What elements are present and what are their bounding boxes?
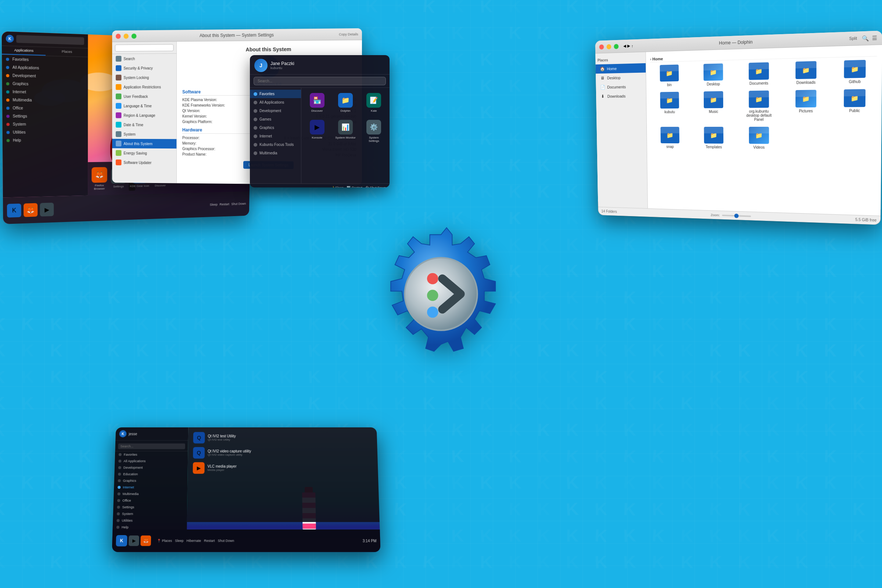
sleep-btn-bottom[interactable]: Sleep: [175, 539, 183, 542]
dolphin-minimize-btn[interactable]: [606, 44, 611, 49]
terminal-btn-bottom[interactable]: ▶: [129, 536, 139, 546]
shutdown-action[interactable]: ⏻ Shut Down: [365, 186, 386, 188]
bottom-cat-graphics[interactable]: Graphics: [114, 477, 188, 484]
dolphin-maximize-btn[interactable]: [614, 44, 618, 49]
app-kate-menu[interactable]: 📝 Kate: [361, 91, 387, 115]
firefox-taskbar-icon[interactable]: 🦊: [24, 203, 38, 217]
cat-all-apps[interactable]: All Applications: [250, 98, 301, 106]
dolphin-search-btn[interactable]: 🔍: [862, 35, 869, 42]
launcher-item[interactable]: Office: [2, 104, 88, 113]
folder-public[interactable]: 📁 Public: [833, 89, 877, 121]
app-entry-qt1[interactable]: Q Qt IVI2 test Utility Qt IVI2 test Util…: [191, 430, 375, 446]
menu-search-input[interactable]: [254, 77, 386, 85]
folder-videos[interactable]: 📁 Videos: [739, 127, 780, 150]
app-konsole-menu[interactable]: ▶ Konsole: [304, 118, 330, 145]
app-dolphin-menu[interactable]: 📁 Dolphin: [333, 91, 358, 115]
sidebar-item-about-system[interactable]: About this System: [112, 139, 176, 148]
close-btn[interactable]: [116, 33, 121, 39]
dolphin-menu-btn[interactable]: ☰: [872, 34, 878, 41]
cat-internet[interactable]: Internet: [250, 132, 301, 140]
folder-kubuntu[interactable]: 📁 kubutu: [651, 92, 689, 122]
dolphin-place-documents[interactable]: 📄 Documents: [596, 82, 646, 92]
sidebar-item-region[interactable]: Region & Language: [112, 111, 176, 120]
bottom-cat-utilities[interactable]: Utilities: [113, 517, 187, 524]
cat-development[interactable]: Development: [250, 106, 301, 115]
hibernate-btn[interactable]: Hibernate: [186, 539, 201, 542]
sleep-btn[interactable]: Sleep: [210, 203, 218, 207]
maximize-btn[interactable]: [132, 33, 137, 39]
sidebar-item-energy[interactable]: Energy Saving: [112, 148, 176, 158]
restart-btn[interactable]: Restart: [219, 202, 230, 206]
launcher-search-input[interactable]: [16, 35, 84, 45]
cat-games[interactable]: Games: [250, 115, 301, 123]
kde-menu-btn[interactable]: K: [7, 204, 21, 218]
places-btn[interactable]: 📍 Places: [157, 539, 172, 542]
folder-downloads[interactable]: 📁 Downloads: [785, 61, 828, 85]
dolphin-icon-back[interactable]: ◀: [623, 44, 626, 48]
app-firefox[interactable]: 🦊 FirefoxBrowser: [92, 167, 107, 190]
app-system-monitor-menu[interactable]: 📊 System Monitor: [333, 118, 358, 145]
bottom-cat-multimedia[interactable]: Multimedia: [114, 490, 188, 497]
launcher-item[interactable]: Multimedia: [2, 96, 88, 105]
dolphin-icon-up[interactable]: ↑: [632, 44, 633, 48]
folder-bin[interactable]: 📁 bin: [650, 64, 689, 87]
sidebar-item-feedback[interactable]: User Feedback: [112, 92, 176, 101]
dolphin-split-btn[interactable]: Split: [849, 36, 857, 41]
sidebar-item-datetime[interactable]: Date & Time: [112, 120, 176, 129]
bottom-cat-favorites[interactable]: Favorites: [115, 451, 188, 458]
folder-templates[interactable]: 📁 Templates: [694, 127, 734, 149]
bottom-cat-office[interactable]: Office: [114, 497, 188, 504]
sidebar-item-software[interactable]: Software Updater: [112, 158, 176, 168]
bottom-cat-education[interactable]: Education: [114, 471, 188, 477]
cat-favorites[interactable]: Favorites: [250, 90, 301, 98]
sysset-search-input[interactable]: [115, 44, 174, 51]
folder-music[interactable]: 📁 Music: [694, 91, 734, 122]
tab-places[interactable]: Places: [46, 47, 88, 57]
dolphin-place-home[interactable]: 🏠 Home: [596, 63, 646, 74]
shutdown-btn-bottom[interactable]: Shut Down: [218, 539, 234, 542]
sidebar-item-language-time[interactable]: Language & Time: [112, 101, 176, 111]
bottom-cat-development[interactable]: Development: [115, 465, 188, 471]
sidebar-item-app-restrictions[interactable]: Application Restrictions: [112, 82, 176, 92]
firefox-btn-bottom[interactable]: 🦊: [140, 536, 151, 546]
launcher-item[interactable]: System: [2, 120, 88, 128]
bottom-cat-system[interactable]: System: [113, 510, 188, 517]
restart-btn-bottom[interactable]: Restart: [204, 539, 214, 542]
folder-github[interactable]: 📁 Github: [833, 60, 877, 84]
folder-pictures[interactable]: 📁 Pictures: [785, 90, 828, 122]
tab-applications[interactable]: Applications: [2, 46, 46, 56]
dolphin-place-desktop[interactable]: 🖥 Desktop: [596, 72, 646, 82]
shutdown-btn[interactable]: Shut Down: [231, 202, 246, 206]
restart-action[interactable]: 🔄 Restart: [346, 186, 362, 188]
bottom-cat-settings[interactable]: Settings: [113, 504, 187, 510]
launcher-item[interactable]: Settings: [2, 112, 88, 120]
terminal-taskbar-icon[interactable]: ▶: [40, 202, 54, 216]
app-entry-qt2[interactable]: Q Qt IVI2 video capture utility Qt IVI2 …: [191, 446, 375, 460]
sidebar-item-search[interactable]: Search: [112, 54, 176, 64]
bottom-cat-all[interactable]: All Applications: [115, 458, 188, 465]
launcher-item[interactable]: Help: [3, 136, 88, 144]
sidebar-item-security[interactable]: Security & Privacy: [112, 63, 176, 73]
dolphin-close-btn[interactable]: [599, 44, 604, 49]
app-system-settings-menu[interactable]: ⚙️ System Settings: [361, 118, 387, 145]
zoom-slider[interactable]: [722, 214, 751, 217]
cat-multimedia[interactable]: Multimedia: [250, 149, 301, 157]
launcher-item[interactable]: Utilities: [3, 128, 88, 136]
bottom-search-input[interactable]: [118, 444, 185, 450]
folder-documents[interactable]: 📁 Documents: [738, 62, 780, 86]
folder-org-kubuntu[interactable]: 📁 org.kubuntu desktop default Panel: [738, 90, 780, 122]
cat-graphics[interactable]: Graphics: [250, 123, 301, 132]
folder-desktop[interactable]: 📁 Desktop: [693, 63, 733, 86]
sleep-action[interactable]: 🌙 Sleep: [330, 186, 344, 188]
minimize-btn[interactable]: [123, 33, 129, 39]
cat-kubuntu-focus[interactable]: Kubuntu Focus Tools: [250, 140, 301, 149]
launcher-item[interactable]: Internet: [2, 87, 88, 97]
kde-menu-btn-bottom[interactable]: K: [116, 535, 127, 546]
dolphin-place-downloads[interactable]: ⬇ Downloads: [596, 91, 646, 101]
copy-details-btn[interactable]: Copy Details: [339, 32, 358, 36]
app-entry-vlc[interactable]: ▶ VLC media player Media player: [190, 460, 375, 476]
bottom-cat-internet[interactable]: Internet: [114, 484, 188, 490]
folder-snap[interactable]: 📁 snap: [651, 127, 689, 149]
dolphin-icon-forward[interactable]: ▶: [627, 44, 630, 48]
sidebar-item-locking[interactable]: System Locking: [112, 73, 176, 82]
